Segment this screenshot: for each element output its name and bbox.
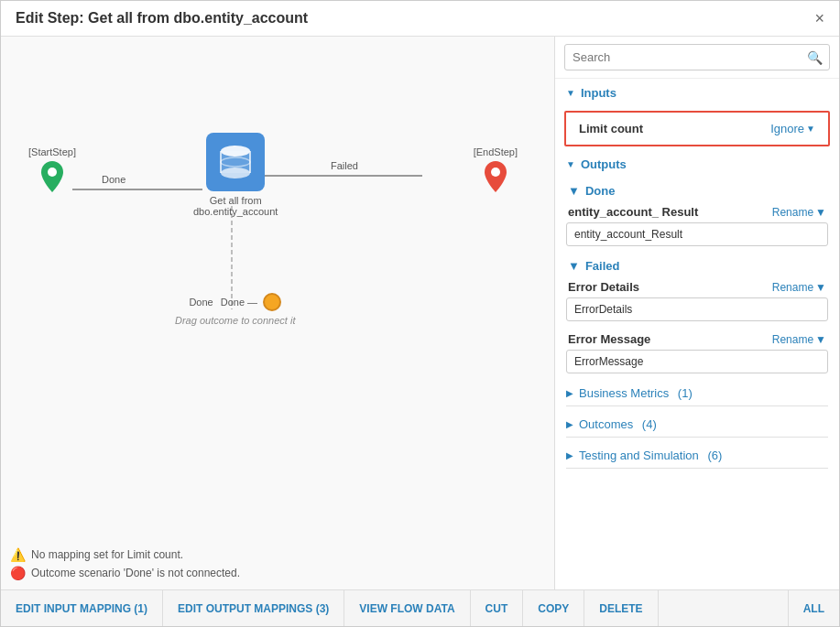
warnings-panel: ⚠️ No mapping set for Limit count. 🔴 Out… [10, 544, 240, 580]
outputs-section-label: Outputs [581, 157, 627, 171]
error-message-row: Error Message Rename ▼ [566, 329, 828, 350]
business-metrics-count: (1) [674, 386, 693, 400]
business-metrics-section: ▶ Business Metrics (1) [555, 381, 839, 412]
entity-result-row: entity_account_ Result Rename ▼ [566, 201, 828, 222]
testing-label: Testing and Simulation [579, 449, 699, 462]
business-metrics-arrow-icon: ▶ [566, 388, 573, 398]
business-metrics-header[interactable]: ▶ Business Metrics (1) [566, 386, 828, 406]
inputs-arrow-icon: ▼ [566, 88, 575, 98]
right-panel: 🔍 ▼ Inputs Limit count Ignore ▼ [555, 37, 839, 589]
view-flow-data-button[interactable]: VIEW FLOW DATA [344, 590, 470, 626]
canvas-panel: [StartStep] Done Failed [1, 37, 555, 589]
close-button[interactable]: × [814, 10, 824, 27]
error-message-rename-button[interactable]: Rename ▼ [772, 333, 826, 346]
database-icon [215, 142, 256, 182]
db-icon [206, 133, 265, 191]
rename-arrow-icon-3: ▼ [815, 333, 826, 346]
svg-point-10 [491, 168, 500, 177]
cut-button[interactable]: CUT [471, 590, 524, 626]
error-details-input[interactable] [566, 297, 828, 321]
end-label: [EndStep] [474, 146, 518, 157]
inputs-section-label: Inputs [581, 86, 616, 100]
outcome-circle[interactable] [263, 293, 281, 311]
entity-result-label: entity_account_ Result [568, 205, 698, 219]
dialog-header: Edit Step: Get all from dbo.entity_accou… [1, 1, 839, 37]
outputs-arrow-icon: ▼ [566, 159, 575, 169]
limit-count-label: Limit count [579, 122, 643, 135]
ignore-dropdown-icon: ▼ [806, 124, 815, 134]
dialog-body: [StartStep] Done Failed [1, 37, 839, 589]
all-button[interactable]: ALL [788, 590, 839, 626]
inputs-section-header[interactable]: ▼ Inputs [555, 79, 839, 107]
search-input[interactable] [564, 44, 830, 70]
done-connector-label: Done [102, 174, 125, 185]
delete-button[interactable]: DELETE [584, 590, 658, 626]
edit-output-mappings-button[interactable]: EDIT OUTPUT MAPPINGS (3) [163, 590, 344, 626]
failed-connector-label: Failed [331, 160, 358, 171]
db-node[interactable]: Get all fromdbo.entity_account [193, 133, 278, 217]
outcomes-count: (4) [638, 417, 657, 431]
outcome-label: Done [189, 297, 213, 308]
failed-subsection-label: Failed [585, 259, 620, 273]
dialog-title: Edit Step: Get all from dbo.entity_accou… [16, 10, 308, 27]
testing-header[interactable]: ▶ Testing and Simulation (6) [566, 449, 828, 469]
start-label: [StartStep] [28, 146, 76, 157]
start-pin-icon [41, 161, 63, 192]
rename-arrow-icon-2: ▼ [815, 281, 826, 294]
search-bar: 🔍 [555, 37, 839, 79]
done-subsection-header[interactable]: ▼ Done [566, 178, 828, 201]
testing-arrow-icon: ▶ [566, 450, 573, 460]
entity-result-input[interactable] [566, 222, 828, 246]
edit-input-mapping-button[interactable]: EDIT INPUT MAPPING (1) [1, 590, 163, 626]
error-message-label: Error Message [568, 332, 650, 346]
end-pin-icon [485, 161, 507, 192]
failed-subsection-header[interactable]: ▼ Failed [566, 254, 828, 276]
warning-outcome-text: Outcome scenario 'Done' is not connected… [31, 567, 240, 579]
testing-count: (6) [704, 449, 723, 462]
warning-outcome: 🔴 Outcome scenario 'Done' is not connect… [10, 566, 240, 580]
ignore-label: Ignore [770, 122, 804, 135]
svg-point-6 [221, 168, 250, 178]
search-wrapper: 🔍 [564, 44, 830, 70]
warning-limit-text: No mapping set for Limit count. [31, 548, 183, 561]
entity-result-rename-button[interactable]: Rename ▼ [772, 206, 826, 219]
edit-step-dialog: Edit Step: Get all from dbo.entity_accou… [0, 0, 840, 627]
copy-button[interactable]: COPY [523, 590, 584, 626]
done-subsection-arrow: ▼ [568, 184, 580, 198]
warning-limit-count: ⚠️ No mapping set for Limit count. [10, 547, 240, 562]
outputs-section-header[interactable]: ▼ Outputs [555, 150, 839, 178]
drag-outcome-hint: Drag outcome to connect it [175, 315, 295, 326]
error-icon: 🔴 [10, 566, 26, 580]
business-metrics-label: Business Metrics [579, 386, 669, 400]
error-message-input[interactable] [566, 350, 828, 373]
outcomes-label: Outcomes [579, 417, 633, 431]
start-node: [StartStep] [28, 146, 76, 192]
error-details-rename-button[interactable]: Rename ▼ [772, 281, 826, 294]
rename-arrow-icon: ▼ [815, 206, 826, 219]
outcomes-header[interactable]: ▶ Outcomes (4) [566, 417, 828, 438]
db-node-label: Get all fromdbo.entity_account [193, 195, 278, 217]
failed-subsection-arrow: ▼ [568, 259, 580, 273]
warning-icon: ⚠️ [10, 547, 26, 562]
right-content: ▼ Inputs Limit count Ignore ▼ ▼ Outputs [555, 79, 839, 589]
dialog-footer: EDIT INPUT MAPPING (1) EDIT OUTPUT MAPPI… [1, 589, 839, 626]
ignore-button[interactable]: Ignore ▼ [770, 122, 815, 135]
done-subsection-label: Done [585, 184, 616, 198]
error-details-label: Error Details [568, 280, 639, 294]
search-icon: 🔍 [807, 50, 823, 65]
done-outcome-node[interactable]: Done Done — Drag outcome to connect it [175, 293, 295, 326]
error-details-row: Error Details Rename ▼ [566, 276, 828, 297]
outcomes-section: ▶ Outcomes (4) [555, 412, 839, 443]
outputs-content: ▼ Done entity_account_ Result Rename ▼ ▼ [555, 178, 839, 381]
end-node: [EndStep] [474, 146, 518, 192]
flow-diagram: [StartStep] Done Failed [1, 37, 554, 589]
testing-section: ▶ Testing and Simulation (6) [555, 443, 839, 474]
outcomes-arrow-icon: ▶ [566, 419, 573, 429]
limit-count-row: Limit count Ignore ▼ [564, 111, 830, 146]
svg-point-3 [48, 168, 57, 177]
